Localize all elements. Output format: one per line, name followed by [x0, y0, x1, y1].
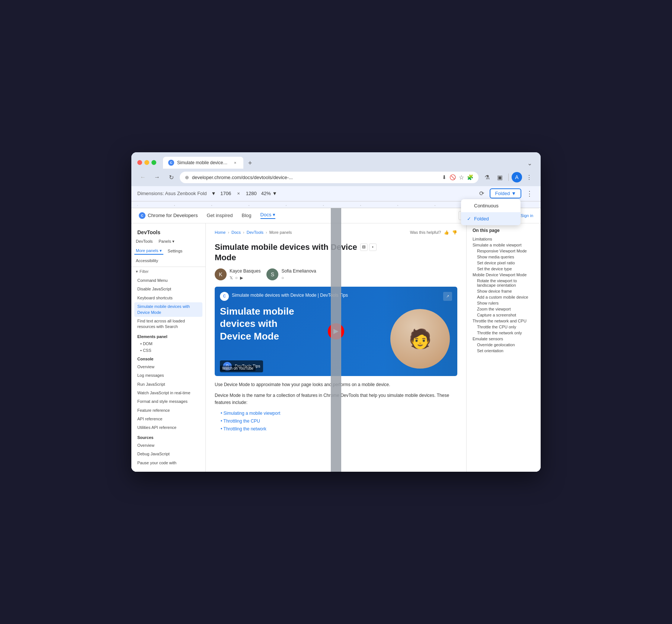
toc-device-type[interactable]: Set the device type	[473, 266, 535, 272]
cfd-nav-get-inspired[interactable]: Get inspired	[207, 213, 233, 218]
minimize-button[interactable]	[144, 160, 149, 165]
dimensions-dropdown-arrow[interactable]: ▼	[211, 191, 216, 196]
maximize-button[interactable]	[151, 160, 156, 165]
browser-window: C Simulate mobile devices with × + ⌄ ← →…	[131, 152, 541, 472]
sidebar-item-command-menu[interactable]: Command Menu	[131, 276, 205, 285]
refresh-button[interactable]: ↻	[166, 172, 177, 183]
author-sofia-github[interactable]: ○	[281, 275, 284, 281]
signin-button[interactable]: Sign in	[521, 213, 533, 218]
toc-show-rulers[interactable]: Show rulers	[473, 300, 535, 306]
toolbar-more-button[interactable]: ⋮	[524, 188, 535, 199]
sidebar-nav-settings[interactable]: Settings	[166, 248, 184, 254]
fold-option-folded[interactable]: ✓ Folded	[461, 212, 521, 225]
cfd-logo[interactable]: C Chrome for Developers	[139, 212, 198, 219]
toc-set-orientation[interactable]: Set orientation	[473, 348, 535, 354]
fold-button[interactable]: Folded ▼ ✓ Continuous ✓ Folded	[490, 188, 521, 198]
sidebar-item-css[interactable]: CSS	[131, 347, 205, 354]
active-tab[interactable]: C Simulate mobile devices with ×	[163, 157, 243, 169]
toc-device-pixel-ratio[interactable]: Set device pixel ratio	[473, 260, 535, 266]
star-icon[interactable]: ☆	[459, 174, 464, 181]
author-kayce-github[interactable]: ○	[235, 275, 238, 281]
sidebar-nav-bar: DevTools Panels ▾ More panels ▾ Settings…	[131, 238, 205, 267]
split-view-button[interactable]: ▣	[494, 172, 505, 183]
sidebar-item-utilities-api[interactable]: Utilities API reference	[131, 423, 205, 432]
zoom-control[interactable]: 42% ▼	[261, 191, 277, 196]
back-button[interactable]: ←	[137, 172, 148, 183]
thumbs-down-icon[interactable]: 👎	[452, 229, 457, 236]
toc-emulate-sensors[interactable]: Emulate sensors	[473, 336, 535, 342]
sidebar-nav-devtools[interactable]: DevTools	[134, 238, 154, 244]
sidebar-item-pause-code[interactable]: Pause your code with	[131, 459, 205, 467]
forward-button[interactable]: →	[151, 172, 163, 183]
toc-throttle-network-only[interactable]: Throttle the network only	[473, 330, 535, 336]
extension-icon[interactable]: 🧩	[467, 174, 473, 180]
cfd-nav-blog[interactable]: Blog	[241, 213, 251, 218]
sidebar-nav-more-panels[interactable]: More panels ▾	[134, 248, 163, 255]
toc-simulate-viewport[interactable]: Simulate a mobile viewport	[473, 242, 535, 248]
toc-throttle-network-cpu[interactable]: Throttle the network and CPU	[473, 318, 535, 324]
lab-button[interactable]: ⚗	[481, 172, 493, 183]
watch-on-youtube: Watch on YouTube	[220, 364, 256, 372]
sidebar-nav-accessibility[interactable]: Accessibility	[134, 258, 160, 264]
breadcrumb-docs[interactable]: Docs	[231, 229, 241, 236]
address-bar[interactable]: ⊕ developer.chrome.com/docs/devtools/dev…	[180, 172, 479, 183]
cfd-logo-text: Chrome for Developers	[148, 213, 198, 218]
title-icons: ⊟ •	[360, 243, 377, 251]
author-kayce-youtube[interactable]: ▶	[240, 275, 243, 281]
nav-icons: ⚗ ▣ A ⋮	[481, 172, 535, 183]
rotate-button[interactable]: ⟳	[476, 188, 487, 199]
toc-responsive-mode[interactable]: Responsive Viewport Mode	[473, 248, 535, 254]
sidebar-item-debug-js[interactable]: Debug JavaScript	[131, 450, 205, 458]
visibility-off-icon[interactable]: 🚫	[449, 174, 456, 180]
fold-option-continuous[interactable]: ✓ Continuous	[461, 199, 521, 212]
sidebar-item-run-javascript[interactable]: Run JavaScript	[131, 380, 205, 389]
sidebar-item-find-text[interactable]: Find text across all loaded resources wi…	[131, 317, 205, 331]
breadcrumb-devtools[interactable]: DevTools	[247, 229, 263, 236]
toc-capture-screenshot[interactable]: Capture a screenshot	[473, 312, 535, 318]
close-button[interactable]	[137, 160, 142, 165]
breadcrumb: Home › Docs › DevTools › More panels	[215, 229, 292, 236]
fold-arrow: ▼	[511, 191, 516, 196]
tab-bar: C Simulate mobile devices with × + ⌄	[163, 157, 535, 169]
toc-mobile-viewport-mode[interactable]: Mobile Device Viewport Mode	[473, 272, 535, 278]
sidebar-item-console-overview[interactable]: Overview	[131, 363, 205, 371]
bookmark-icon[interactable]: ⊟	[360, 243, 368, 251]
sidebar-item-log-messages[interactable]: Log messages	[131, 371, 205, 380]
width-input[interactable]: 1706	[220, 191, 231, 196]
sidebar-nav-panels[interactable]: Panels ▾	[157, 238, 176, 245]
toc-show-media-queries[interactable]: Show media queries	[473, 254, 535, 260]
sidebar-item-dom[interactable]: DOM	[131, 340, 205, 347]
author-kayce-twitter[interactable]: 𝕏	[230, 275, 233, 281]
more-options-button[interactable]: ⋮	[524, 172, 535, 183]
author-sofia-links: ○	[281, 275, 316, 281]
video-person: 🧑	[383, 287, 457, 376]
sidebar-item-simulate-mobile[interactable]: Simulate mobile devices with Device Mode	[134, 302, 202, 317]
sidebar-item-keyboard-shortcuts[interactable]: Keyboard shortcuts	[131, 294, 205, 302]
tab-dropdown-button[interactable]: ⌄	[524, 158, 535, 169]
sidebar-item-api-ref[interactable]: API reference	[131, 415, 205, 423]
cfd-nav-docs[interactable]: Docs ▾	[260, 212, 275, 219]
thumbs-up-icon[interactable]: 👍	[444, 229, 449, 236]
tab-close-button[interactable]: ×	[232, 160, 238, 166]
toc-limitations[interactable]: Limitations	[473, 236, 535, 242]
new-tab-button[interactable]: +	[245, 158, 255, 169]
breadcrumb-home[interactable]: Home	[215, 229, 225, 236]
breadcrumb-sep-1: ›	[228, 229, 229, 236]
height-input[interactable]: 1280	[246, 191, 257, 196]
sidebar-item-watch-js[interactable]: Watch JavaScript in real-time	[131, 389, 205, 397]
toc-zoom-viewport[interactable]: Zoom the viewport	[473, 306, 535, 312]
toc-override-geolocation[interactable]: Override geolocation	[473, 342, 535, 348]
sidebar-section-elements: Elements panel	[131, 331, 205, 340]
sidebar-item-disable-js[interactable]: Disable JavaScript	[131, 285, 205, 293]
sidebar-item-sources-overview[interactable]: Overview	[131, 441, 205, 450]
download-icon[interactable]: ⬇	[442, 174, 447, 180]
toc-rotate-landscape[interactable]: Rotate the viewport to landscape orienta…	[473, 278, 535, 288]
link-icon[interactable]: •	[369, 243, 377, 251]
toc-show-device-frame[interactable]: Show device frame	[473, 288, 535, 294]
profile-button[interactable]: A	[512, 172, 522, 182]
fold-dropdown: ✓ Continuous ✓ Folded	[461, 199, 521, 225]
toc-add-custom-device[interactable]: Add a custom mobile device	[473, 294, 535, 300]
sidebar-item-format-messages[interactable]: Format and style messages	[131, 397, 205, 406]
toc-throttle-cpu-only[interactable]: Throttle the CPU only	[473, 324, 535, 330]
sidebar-item-feature-ref[interactable]: Feature reference	[131, 406, 205, 415]
